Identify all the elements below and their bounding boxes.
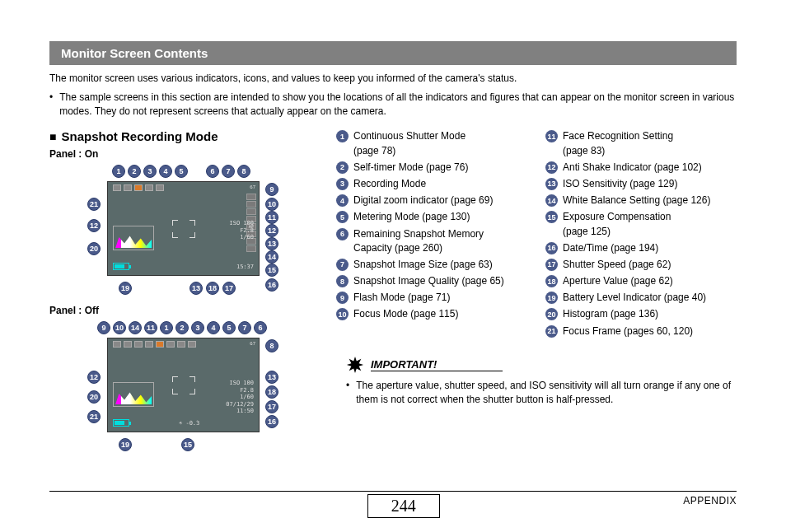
section-header: Monitor Screen Contents xyxy=(49,41,737,65)
legend-item: 16Date/Time (page 194) xyxy=(545,241,737,254)
shutter-text-2: 1/60 xyxy=(226,394,254,400)
legend-text: Aperture Value (page 62) xyxy=(563,274,673,287)
legend-number: 12 xyxy=(545,161,558,174)
callout-12b: 12 xyxy=(87,219,101,232)
legend-sub: (page 78) xyxy=(353,144,527,157)
legend-text: Battery Level Indicator (page 40) xyxy=(563,291,706,304)
c2-21: 21 xyxy=(87,410,101,423)
legend-text: Focus Frame (pages 60, 120) xyxy=(563,324,693,338)
c2-18: 18 xyxy=(265,385,278,399)
legend-item: 19Battery Level Indicator (page 40) xyxy=(545,291,737,304)
legend-number: 6 xyxy=(336,228,349,240)
legend-item: 3Recording Mode xyxy=(336,177,527,190)
c2-17: 17 xyxy=(265,400,278,413)
burst-icon xyxy=(346,356,364,374)
legend-item: 15Exposure Compensation xyxy=(545,210,737,223)
bullet-dot: • xyxy=(49,91,53,119)
legend-number: 20 xyxy=(545,308,558,320)
battery-icon-2 xyxy=(113,419,129,427)
legend-text: Continuous Shutter Mode xyxy=(353,129,466,142)
legend-item: 8Snapshot Image Quality (page 65) xyxy=(336,274,527,287)
legend-number: 5 xyxy=(336,211,349,223)
legend-number: 18 xyxy=(545,275,558,287)
legend-number: 15 xyxy=(545,211,558,223)
ev-text: -0.3 xyxy=(185,420,199,427)
legend-number: 7 xyxy=(336,259,349,271)
legend-text: Snapshot Image Quality (page 65) xyxy=(353,274,504,287)
c2-15: 15 xyxy=(181,438,194,451)
legend-item: 9Flash Mode (page 71) xyxy=(336,291,527,304)
legend-text: Recording Mode xyxy=(353,177,426,190)
legend-text: White Balance Setting (page 126) xyxy=(563,194,710,207)
legend-text: Snapshot Image Size (page 63) xyxy=(353,258,493,271)
c2-10: 10 xyxy=(113,321,126,334)
legend-item: 10Focus Mode (page 115) xyxy=(336,307,527,320)
callout-6: 6 xyxy=(206,165,219,178)
diagram-panel-off: 67 ISO 100 F2.8 1/60 07/12/29 11:50 ☀ -0… xyxy=(49,321,313,453)
legend-number: 16 xyxy=(545,242,558,254)
callout-8: 8 xyxy=(237,165,250,178)
legend-number: 19 xyxy=(545,292,558,304)
intro-bullet: • The sample screens in this section are… xyxy=(49,91,737,119)
bullet-text: The sample screens in this section are i… xyxy=(59,91,737,119)
fstop-text: F2.8 xyxy=(229,227,254,234)
legend-item: 20Histogram (page 136) xyxy=(545,307,737,320)
callout-11: 11 xyxy=(265,211,278,224)
histogram-icon xyxy=(113,226,154,250)
legend-item: 1Continuous Shutter Mode xyxy=(336,129,527,142)
legend-item: 14White Balance Setting (page 126) xyxy=(545,194,737,207)
important-text: • The aperture value, shutter speed, and… xyxy=(346,379,737,407)
callout-4: 4 xyxy=(159,165,172,178)
page-number: 244 xyxy=(367,494,440,518)
callout-20: 20 xyxy=(87,242,101,255)
c2-9: 9 xyxy=(97,321,110,334)
c2-11: 11 xyxy=(144,321,157,334)
time-text-2: 11:50 xyxy=(226,408,254,414)
c2-7: 7 xyxy=(238,321,251,334)
legend-text: Face Recognition Setting xyxy=(563,129,673,142)
legend-text: Anti Shake Indicator (page 102) xyxy=(563,161,702,174)
important-body: The aperture value, shutter speed, and I… xyxy=(356,379,737,407)
legend-number: 2 xyxy=(336,161,349,174)
c2-4: 4 xyxy=(207,321,220,334)
mem-counter-2: 67 xyxy=(250,341,255,346)
legend-text: ISO Sensitivity (page 129) xyxy=(563,177,677,190)
panel-on-label: Panel : On xyxy=(49,148,321,160)
callout-10: 10 xyxy=(265,198,278,211)
temp-text: 15:37 xyxy=(236,264,254,270)
legend-number: 1 xyxy=(336,130,349,142)
intro-text: The monitor screen uses various indicato… xyxy=(49,72,737,86)
c2-3: 3 xyxy=(191,321,204,334)
legend-number: 21 xyxy=(545,325,558,338)
date-text-2: 07/12/29 xyxy=(226,401,254,408)
callout-14: 14 xyxy=(265,250,278,264)
legend-column-right: 11Face Recognition Setting(page 83)12Ant… xyxy=(545,129,737,337)
c2-20: 20 xyxy=(87,390,101,404)
focus-frame-icon-2 xyxy=(172,376,195,394)
c2-16: 16 xyxy=(265,415,278,428)
c2-8: 8 xyxy=(265,339,278,352)
battery-icon xyxy=(113,263,129,270)
legend-number: 10 xyxy=(336,308,349,320)
camera-screen-off: 67 ISO 100 F2.8 1/60 07/12/29 11:50 ☀ -0… xyxy=(107,338,260,432)
callout-13: 13 xyxy=(265,237,278,250)
callout-15: 15 xyxy=(265,264,278,277)
legend-sub: Capacity (page 260) xyxy=(353,241,527,254)
legend-sub: (page 125) xyxy=(563,225,737,238)
c2-14: 14 xyxy=(129,321,142,334)
legend-item: 5Metering Mode (page 130) xyxy=(336,210,527,223)
legend-item: 7Snapshot Image Size (page 63) xyxy=(336,258,527,271)
legend-number: 13 xyxy=(545,178,558,190)
focus-frame-icon xyxy=(172,220,195,238)
legend-text: Digital zoom indicator (page 69) xyxy=(353,194,493,207)
legend-column-left: 1Continuous Shutter Mode(page 78)2Self-t… xyxy=(336,129,527,461)
callout-12: 12 xyxy=(265,224,278,237)
legend-number: 8 xyxy=(336,275,349,287)
c2-19: 19 xyxy=(119,438,132,451)
iso-text: ISO 100 xyxy=(229,220,254,226)
callout-18: 18 xyxy=(206,282,219,295)
legend-item: 11Face Recognition Setting xyxy=(545,129,737,142)
shutter-text: 1/60 xyxy=(229,234,254,240)
legend-text: Histogram (page 136) xyxy=(563,307,658,320)
camera-screen-on: 67 AF ISO 100 F2.8 1/60 15:37 xyxy=(107,181,260,276)
